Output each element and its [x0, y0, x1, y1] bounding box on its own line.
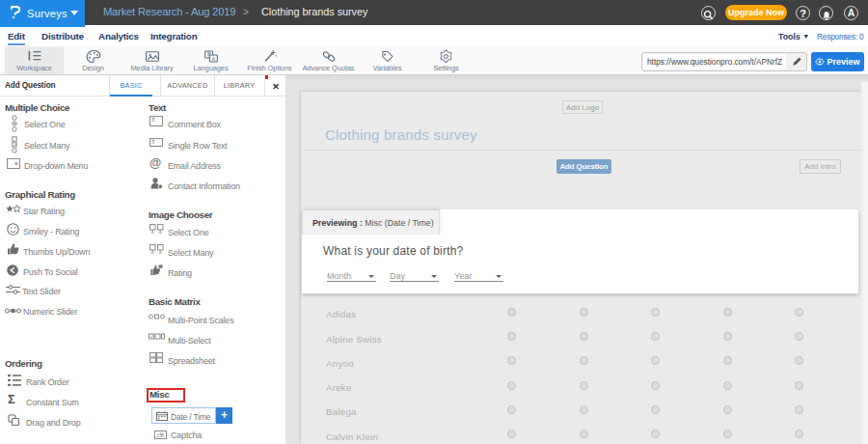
svg-text:8: 8	[161, 432, 164, 438]
svg-text:A: A	[211, 56, 215, 62]
